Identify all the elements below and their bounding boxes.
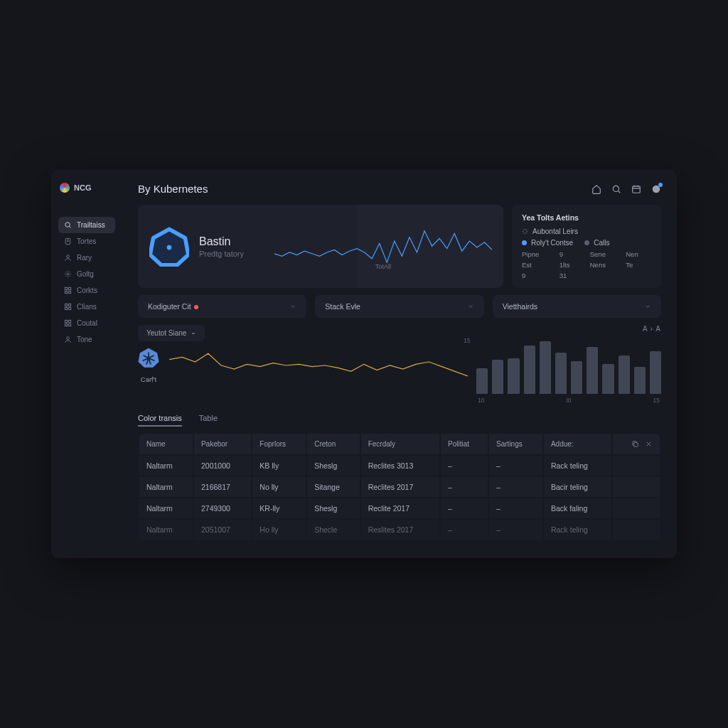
- brand-label: NCG: [74, 183, 91, 192]
- svg-rect-5: [68, 287, 70, 289]
- kubernetes-logo-icon: [149, 227, 189, 267]
- kubernetes-mini-icon: [138, 347, 159, 368]
- sidebar: NCG TrailtaissTortesRaryGoltgCorktsClian…: [51, 170, 122, 558]
- app-window: NCG TrailtaissTortesRaryGoltgCorktsClian…: [51, 170, 677, 558]
- column-actions: [613, 434, 660, 454]
- sidebar-item-tortes[interactable]: Tortes: [58, 233, 115, 250]
- bar: [508, 358, 519, 394]
- calendar-icon[interactable]: [631, 184, 641, 194]
- svg-rect-4: [65, 287, 67, 289]
- legend-item-0: Roly't Contse Calls: [522, 239, 651, 247]
- bar: [476, 368, 488, 394]
- svg-rect-6: [65, 291, 67, 293]
- sidebar-item-trailtaiss[interactable]: Trailtaiss: [58, 217, 115, 233]
- series-chip[interactable]: Yeutot Siane: [138, 325, 205, 341]
- chevron-down-icon: [289, 303, 296, 310]
- svg-point-0: [65, 223, 70, 227]
- actions-stats-grid: Pipne9SeneNenEst1ltsNensTe931: [522, 250, 651, 279]
- filter-select-1[interactable]: Stack Evle: [315, 295, 483, 318]
- bar: [540, 341, 551, 394]
- svg-point-16: [67, 337, 70, 340]
- bar-xaxis: 10 t0 15: [476, 397, 661, 404]
- table-row[interactable]: Naltarm2001000KB llySheslgReclites 3013–…: [139, 456, 660, 476]
- svg-rect-14: [65, 323, 67, 326]
- svg-point-2: [67, 255, 70, 258]
- svg-point-19: [653, 185, 660, 193]
- copy-icon[interactable]: [631, 440, 639, 448]
- chevron-down-icon: [191, 331, 196, 336]
- bar: [492, 360, 503, 394]
- column-header[interactable]: Fecrdaly: [361, 434, 439, 454]
- bar: [619, 355, 630, 394]
- svg-rect-11: [68, 307, 70, 309]
- column-header[interactable]: Pakebor: [194, 434, 251, 454]
- home-icon[interactable]: [592, 184, 601, 194]
- sidebar-item-tone[interactable]: Tone: [58, 331, 115, 348]
- svg-rect-7: [68, 291, 70, 293]
- chevron-down-icon: [644, 303, 651, 310]
- filter-selects: Kodiguter CitStack EvleVietthairds: [138, 295, 661, 318]
- search-icon[interactable]: [611, 184, 621, 194]
- column-header[interactable]: Sartings: [489, 434, 542, 454]
- sidebar-item-rary[interactable]: Rary: [58, 250, 115, 266]
- brand: NCG: [58, 183, 115, 193]
- tab-table[interactable]: Table: [199, 414, 218, 427]
- table-row[interactable]: Naltarm2051007Ho llyShecleReslites 2017–…: [139, 520, 660, 540]
- column-header[interactable]: Addue:: [544, 434, 611, 454]
- bar-chart: [476, 337, 661, 394]
- hero-card: Bastin Predtg tatory TotAll: [138, 205, 503, 288]
- chevron-down-icon: [467, 303, 474, 310]
- sidebar-item-clians[interactable]: Clians: [58, 299, 115, 315]
- notifications-icon[interactable]: [651, 184, 661, 194]
- brand-icon: [60, 183, 70, 193]
- filter-select-0[interactable]: Kodiguter Cit: [138, 295, 306, 318]
- table-row[interactable]: Naltarm2749300KR-llySheslgReclite 2017––…: [139, 498, 660, 518]
- hero-sparkline: TotAll: [274, 225, 492, 269]
- svg-rect-18: [633, 186, 641, 192]
- column-header[interactable]: Creton: [307, 434, 359, 454]
- svg-rect-9: [68, 304, 70, 306]
- breadcrumb: A › A: [476, 325, 661, 333]
- actions-title: Yea Tolts Aetins: [522, 213, 651, 222]
- svg-rect-15: [68, 323, 70, 326]
- bar: [524, 346, 535, 394]
- svg-point-21: [167, 245, 172, 250]
- dot-icon: [584, 240, 589, 245]
- svg-rect-13: [68, 320, 70, 322]
- svg-point-3: [67, 273, 69, 275]
- chart-legend-item: Carf't: [138, 347, 159, 383]
- header-actions: [592, 184, 661, 194]
- line-chart: [169, 348, 468, 383]
- bar: [634, 367, 646, 394]
- hero-subtitle: Predtg tatory: [199, 250, 244, 258]
- bar-ytick: 15: [464, 337, 470, 344]
- svg-rect-24: [634, 443, 638, 447]
- table-row[interactable]: Naltarm2166817No llySitangeReclites 2017…: [139, 477, 660, 497]
- bar: [555, 353, 567, 394]
- column-header[interactable]: Foprlors: [252, 434, 306, 454]
- actions-link[interactable]: Aubontal Leirs: [522, 228, 651, 235]
- sidebar-item-coutal[interactable]: Coutal: [58, 315, 115, 331]
- data-table: NamePakeborFoprlorsCretonFecrdalyPolitia…: [138, 432, 661, 541]
- sidebar-item-goltg[interactable]: Goltg: [58, 266, 115, 282]
- sparkle-icon: [522, 228, 528, 235]
- close-icon[interactable]: [645, 440, 653, 448]
- bar: [602, 364, 614, 394]
- table-tabs: Color transisTable: [138, 414, 661, 427]
- dot-icon: [522, 240, 527, 245]
- line-chart-panel: Yeutot Siane Carf't: [138, 325, 468, 383]
- sidebar-item-corkts[interactable]: Corkts: [58, 282, 115, 299]
- tab-color-transis[interactable]: Color transis: [138, 414, 182, 427]
- hero-title: Bastin: [199, 235, 244, 248]
- bar: [587, 347, 598, 394]
- page-header: By Kubernetes: [138, 183, 661, 195]
- column-header[interactable]: Politiat: [441, 434, 488, 454]
- hero-xlabel: TotAll: [375, 263, 391, 270]
- bar-chart-panel: A › A 15 10 t0 15: [476, 325, 661, 404]
- nav-list: TrailtaissTortesRaryGoltgCorktsCliansCou…: [58, 217, 115, 348]
- bar: [650, 351, 661, 394]
- filter-select-2[interactable]: Vietthairds: [493, 295, 661, 318]
- svg-point-17: [613, 186, 619, 191]
- column-header[interactable]: Name: [139, 434, 193, 454]
- actions-panel: Yea Tolts Aetins Aubontal Leirs Roly't C…: [512, 205, 661, 288]
